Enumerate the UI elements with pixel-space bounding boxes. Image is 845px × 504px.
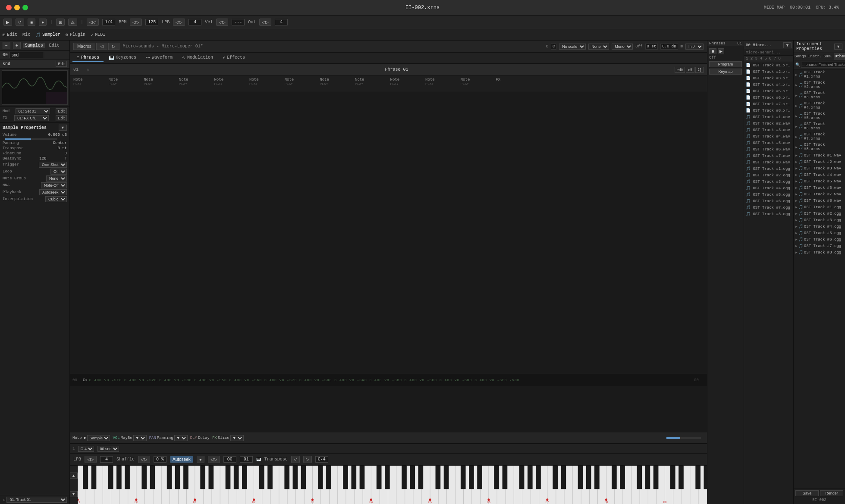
vel-value[interactable]: ---	[232, 19, 245, 25]
track-item-2[interactable]: 📄 OST Track #2.xrns	[744, 69, 793, 75]
inst-tree-ogg-1[interactable]: ▶ 🎵 OST Track #1.ogg	[794, 204, 845, 210]
playback-select[interactable]: Autoseek	[39, 189, 67, 195]
note-type-select[interactable]: Sample	[87, 435, 110, 441]
rec-btn[interactable]: ●	[197, 456, 204, 463]
toolbar-grid-icon[interactable]: ⊞ Edit	[3, 32, 17, 38]
trigger-select[interactable]: One-Shot	[39, 162, 67, 168]
samples-tab[interactable]: Samples	[23, 43, 45, 48]
keymap-btn[interactable]: Keymap	[709, 69, 742, 75]
fx-edit-btn[interactable]: Edit	[56, 115, 67, 121]
inst-tree-ogg-7[interactable]: ▶ 🎵 OST Track #7.ogg	[794, 243, 845, 249]
track-item-8[interactable]: 📄 OST Track #8.xrns	[744, 107, 793, 114]
phrase-play-btn[interactable]: ▶	[718, 48, 724, 54]
expand-btn[interactable]: +	[13, 42, 21, 49]
track-item-5[interactable]: 📄 OST Track #5.xrns	[744, 88, 793, 94]
inst-edit-btn[interactable]: Edit	[56, 61, 67, 67]
toolbar-sampler[interactable]: 🎵 Sampler	[35, 32, 60, 38]
scale-select[interactable]: No scale	[559, 44, 586, 50]
rewind-button[interactable]: ◁◁	[87, 19, 99, 26]
track-item-wav-1[interactable]: 🎵 OST Track #1.wav	[744, 114, 793, 120]
vel-control[interactable]: ◁▷	[216, 19, 228, 26]
mod-edit-btn[interactable]: Edit	[56, 108, 67, 114]
track-item-wav-6[interactable]: 🎵 OST Track #6.wav	[744, 146, 793, 153]
loop-button[interactable]: ↺	[16, 19, 24, 26]
nna-select[interactable]: Note-Off	[41, 182, 67, 188]
track-item-ogg-5[interactable]: 🎵 OST Track #5.ogg	[744, 191, 793, 198]
inst-tree-wav-1[interactable]: ▶ 🎵 OST Track #1.wav	[794, 152, 845, 159]
inst-tree-xrns-7[interactable]: ▶ 🎵 OST Track #7.xrns	[794, 131, 845, 142]
toolbar-plugin[interactable]: ⚙ Plugin	[66, 32, 85, 38]
nav-prev[interactable]: ◁	[96, 43, 107, 50]
fx-select-ctrl[interactable]: ▼	[230, 435, 244, 441]
render-btn[interactable]: Render	[820, 490, 843, 496]
toolbar-mix[interactable]: Mix	[22, 32, 30, 37]
tab-modulation[interactable]: ∿ Modulation	[178, 54, 217, 63]
inst-tree-ogg-8[interactable]: ▶ 🎵 OST Track #8.ogg	[794, 249, 845, 256]
track-item-ogg-3[interactable]: 🎵 OST Track #3.ogg	[744, 178, 793, 185]
track-item-6[interactable]: 📄 OST Track #6.xrns	[744, 94, 793, 101]
off-toggle-btn[interactable]: off	[686, 67, 694, 73]
track-item-ogg-1[interactable]: 🎵 OST Track #1.ogg	[744, 166, 793, 172]
vol-select[interactable]: ▼	[133, 435, 147, 441]
phrase-rec-btn[interactable]: ⏺	[709, 48, 716, 54]
alert-button[interactable]: ⚠	[68, 19, 77, 26]
inst-tree-wav-8[interactable]: ▶ 🎵 OST Track #8.wav	[794, 197, 845, 204]
inst-tree-xrns-3[interactable]: ▶ 🎵 OST Track #3.xrns	[794, 90, 845, 100]
inst-tree-wav-5[interactable]: ▶ 🎵 OST Track #5.wav	[794, 178, 845, 185]
oct-value[interactable]: 4	[275, 19, 288, 25]
inst-tree-xrns-2[interactable]: ▶ 🎵 OST Track #2.xrns	[794, 80, 845, 90]
link-btn[interactable]: ⛓	[695, 67, 704, 73]
inst-tree-ogg-4[interactable]: ▶ 🎵 OST Track #4.ogg	[794, 223, 845, 230]
stop-button[interactable]: ■	[28, 19, 35, 26]
play-button[interactable]: ▶	[3, 19, 12, 26]
sampler-label[interactable]: Sampler	[42, 32, 60, 37]
snd-select[interactable]: 00 snd	[97, 446, 119, 452]
piano-down-btn[interactable]: ▼	[70, 491, 78, 497]
autoseek-btn[interactable]: Autoseek	[170, 456, 193, 463]
vol-ctrl-slider[interactable]	[666, 437, 701, 439]
track-item-ogg-6[interactable]: 🎵 OST Track #6.ogg	[744, 198, 793, 204]
fx-select[interactable]: 01: FX Ch.	[14, 115, 49, 121]
edit-tab[interactable]: Edit	[47, 43, 61, 48]
track-select[interactable]: 01: Track 01	[6, 497, 67, 503]
track-item-1[interactable]: 📄 OST Track #1.xrns	[744, 62, 793, 69]
record-button[interactable]: ●	[39, 19, 47, 26]
mix-label[interactable]: Mix	[22, 32, 30, 37]
bpm-value[interactable]: 125	[145, 19, 158, 25]
inst-tree-ogg-2[interactable]: ▶ 🎵 OST Track #2.ogg	[794, 210, 845, 217]
maximize-button[interactable]	[22, 5, 28, 10]
piano-up-btn[interactable]: ▲	[70, 473, 78, 479]
volume-slider[interactable]	[5, 138, 57, 140]
transpose-ctrl[interactable]: ◁	[291, 456, 300, 463]
track-item-3[interactable]: 📄 OST Track #3.xrns	[744, 75, 793, 81]
tab-waveform[interactable]: 〜 Waveform	[141, 53, 177, 63]
window-controls[interactable]	[6, 5, 28, 10]
program-btn[interactable]: Program	[709, 61, 742, 67]
plugin-label[interactable]: Plugin	[70, 32, 85, 37]
track-item-wav-4[interactable]: 🎵 OST Track #4.wav	[744, 133, 793, 140]
inst-tree-xrns-5[interactable]: ▶ 🎵 OST Track #5.xrns	[794, 111, 845, 121]
search-input[interactable]	[9, 52, 44, 58]
inst-tree-wav-3[interactable]: ▶ 🎵 OST Track #3.wav	[794, 165, 845, 172]
edit-label[interactable]: Edit	[7, 32, 17, 37]
mod-select[interactable]: 01: Set 01	[16, 108, 50, 114]
track-item-wav-3[interactable]: 🎵 OST Track #3.wav	[744, 127, 793, 133]
nav-next[interactable]: ▷	[108, 43, 119, 50]
file-path-input[interactable]	[801, 62, 845, 68]
songs-tab[interactable]: Songs	[794, 53, 807, 60]
loop-select[interactable]: Off	[50, 169, 67, 175]
inst-tree-wav-7[interactable]: ▶ 🎵 OST Track #7.wav	[794, 191, 845, 197]
save-btn[interactable]: Save	[795, 490, 819, 496]
inst-tree-ogg-5[interactable]: ▶ 🎵 OST Track #5.ogg	[794, 230, 845, 236]
inst-tree-ogg-6[interactable]: ▶ 🎵 OST Track #6.ogg	[794, 236, 845, 243]
bt-lpb-ctrl[interactable]: ◁▷	[85, 456, 97, 463]
bt-shuffle-ctrl[interactable]: ◁▷	[138, 456, 150, 463]
lpb-value[interactable]: 4	[188, 19, 201, 25]
track-item-4[interactable]: 📄 OST Track #4.xrns	[744, 81, 793, 88]
inst-tree-wav-2[interactable]: ▶ 🎵 OST Track #2.wav	[794, 159, 845, 165]
bpm-control[interactable]: ◁▷	[130, 19, 142, 26]
track-item-ogg-4[interactable]: 🎵 OST Track #4.ogg	[744, 185, 793, 191]
inst-tree-xrns-1[interactable]: ▶ 🎵 OST Track #1.xrns	[794, 69, 845, 80]
track-item-wav-5[interactable]: 🎵 OST Track #5.wav	[744, 140, 793, 146]
toolbar-midi[interactable]: ♪ MIDI	[91, 32, 105, 37]
